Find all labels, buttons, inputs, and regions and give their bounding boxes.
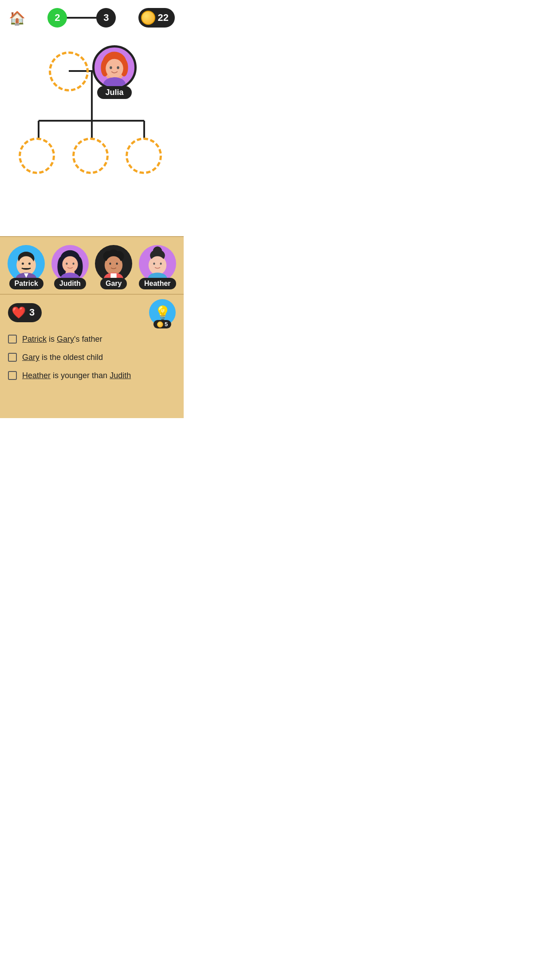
clue-3-text: Heather is younger than Judith	[22, 370, 131, 381]
answer-card-judith[interactable]: Judith	[51, 245, 90, 289]
parent-left-circle	[49, 51, 89, 91]
level-next: 3	[96, 8, 116, 28]
svg-point-37	[110, 262, 111, 265]
svg-point-13	[117, 66, 119, 69]
child-left-circle	[19, 138, 55, 174]
coins-badge: 22	[138, 8, 175, 28]
clue-2: Gary is the oldest child	[8, 352, 176, 363]
svg-point-43	[153, 246, 162, 255]
svg-point-28	[72, 262, 74, 265]
coins-count: 22	[158, 12, 169, 24]
svg-point-45	[153, 262, 155, 265]
svg-point-17	[19, 256, 34, 273]
clue-2-checkbox[interactable]	[8, 353, 17, 362]
child-left-node[interactable]	[19, 138, 55, 174]
lives-badge: ❤️ 3	[8, 303, 42, 322]
cards-row: Patrick Judith	[4, 245, 179, 289]
cards-area: Patrick Judith	[0, 236, 184, 294]
gary-name: Gary	[100, 278, 127, 289]
lives-count: 3	[29, 307, 35, 318]
hint-cost-value: 5	[165, 321, 168, 328]
julia-avatar-svg	[94, 47, 134, 89]
svg-point-36	[106, 256, 122, 273]
tree-lines	[0, 32, 184, 236]
judith-name: Judith	[54, 278, 86, 289]
clue-1-text: Patrick is Gary's father	[22, 334, 102, 345]
svg-point-12	[110, 66, 112, 69]
svg-point-26	[62, 256, 78, 273]
top-bar: 🏠 2 3 22	[0, 0, 184, 32]
child-mid-circle	[72, 138, 109, 174]
judith-avatar	[51, 245, 89, 282]
heart-icon: ❤️	[12, 306, 26, 320]
svg-point-19	[28, 262, 31, 265]
hint-coin-icon	[157, 321, 163, 328]
coin-icon	[141, 11, 155, 25]
level-indicator: 2 3	[47, 8, 116, 28]
hint-button[interactable]: 💡 5	[149, 299, 176, 326]
parent-left-node[interactable]	[49, 51, 89, 91]
svg-point-11	[106, 59, 123, 78]
gary-avatar	[95, 245, 132, 282]
clue-1: Patrick is Gary's father	[8, 334, 176, 345]
answer-card-heather[interactable]: Heather	[138, 245, 177, 289]
clue-2-text: Gary is the oldest child	[22, 352, 103, 363]
svg-point-44	[150, 256, 165, 273]
child-right-circle	[126, 138, 162, 174]
clues-area: ❤️ 3 💡 5 Patrick is Gary's father Gary i…	[0, 294, 184, 418]
clue-3-checkbox[interactable]	[8, 371, 17, 380]
child-right-node[interactable]	[126, 138, 162, 174]
heather-avatar	[139, 245, 176, 282]
answer-card-patrick[interactable]: Patrick	[7, 245, 46, 289]
patrick-name: Patrick	[9, 278, 43, 289]
bulb-icon: 💡	[154, 305, 171, 320]
hint-cost-badge: 5	[153, 320, 171, 328]
svg-point-46	[160, 262, 161, 265]
level-line	[66, 17, 97, 19]
level-current: 2	[47, 8, 67, 28]
parent-right-node: Julia	[92, 45, 137, 99]
clue-3: Heather is younger than Judith	[8, 370, 176, 381]
status-row: ❤️ 3 💡 5	[8, 299, 176, 326]
answer-card-gary[interactable]: Gary	[94, 245, 133, 289]
home-icon[interactable]: 🏠	[9, 10, 25, 26]
svg-point-27	[66, 262, 67, 265]
tree-area: Julia	[0, 32, 184, 236]
patrick-avatar	[8, 245, 45, 282]
clue-1-checkbox[interactable]	[8, 335, 17, 344]
julia-avatar-circle	[92, 45, 137, 90]
julia-name-tag: Julia	[97, 86, 131, 99]
svg-point-38	[116, 262, 118, 265]
svg-point-18	[22, 262, 24, 265]
heather-name: Heather	[139, 278, 176, 289]
child-mid-node[interactable]	[72, 138, 109, 174]
